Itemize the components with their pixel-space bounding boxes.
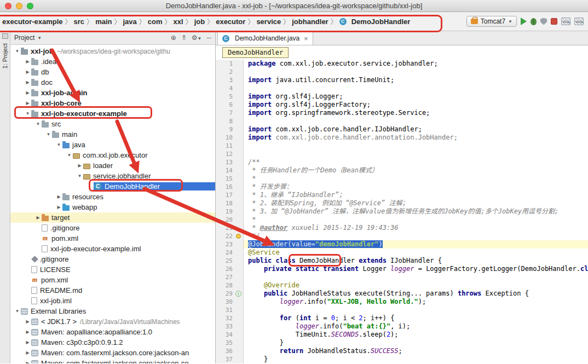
collapsed-arrow-icon[interactable]: ▶ xyxy=(24,59,31,64)
file-icon xyxy=(31,287,37,294)
expanded-arrow-icon[interactable]: ▼ xyxy=(24,111,31,116)
project-stripe-button[interactable]: 1: Project xyxy=(2,43,8,68)
expanded-arrow-icon[interactable]: ▼ xyxy=(55,142,62,147)
tree-item-xxl-job-executor-example.iml[interactable]: xxl-job-executor-example.iml xyxy=(10,244,215,254)
run-config-select[interactable]: Tomcat7 ▼ xyxy=(466,16,517,27)
tree-item-resources[interactable]: ▶resources xyxy=(10,192,215,202)
breadcrumb-item-executor-example[interactable]: executor-example xyxy=(1,17,64,26)
tree-item-pom.xml[interactable]: mpom.xml xyxy=(10,233,215,244)
code-area[interactable]: 1package com.xxl.job.executor.service.jo… xyxy=(216,60,588,363)
breadcrumb-item-executor[interactable]: executor xyxy=(215,17,246,26)
tree-item-xxl-job.iml[interactable]: xxl-job.iml xyxy=(10,296,215,306)
collapsed-arrow-icon[interactable]: ▶ xyxy=(34,215,42,220)
breadcrumb-item-com[interactable]: com xyxy=(147,17,164,26)
tree-item-label: src xyxy=(51,120,61,128)
breadcrumb-item-demojobhandler[interactable]: CDemoJobHandler xyxy=(338,17,412,26)
tree-item-maven-com.fasterxml.jackson.core-jackson-co[interactable]: ▶Maven: com.fasterxml.jackson.core:jacks… xyxy=(10,358,215,363)
run-button[interactable] xyxy=(521,18,527,25)
vcs-commit-button[interactable]: VCS↑ xyxy=(574,18,584,25)
line-number: 35 xyxy=(216,339,235,347)
stop-button[interactable] xyxy=(551,18,557,25)
collapsed-arrow-icon[interactable]: ▶ xyxy=(24,330,31,334)
close-tab-icon[interactable]: × xyxy=(304,35,308,42)
override-marker-icon[interactable]: ↑ xyxy=(235,291,241,297)
tree-item-label: resources xyxy=(72,193,103,201)
tree-item-db[interactable]: ▶db xyxy=(10,67,215,77)
locate-icon[interactable]: ⊕ xyxy=(171,34,176,42)
tree-item-maven-com.fasterxml.jackson.core-jackson-an[interactable]: ▶Maven: com.fasterxml.jackson.core:jacks… xyxy=(10,348,215,358)
tree-item-maven-c3p0-c3p0-0.9.1.2[interactable]: ▶Maven: c3p0:c3p0:0.9.1.2 xyxy=(10,337,215,348)
collapsed-arrow-icon[interactable]: ▶ xyxy=(24,90,31,95)
tree-item-external-libraries[interactable]: ▼External Libraries xyxy=(10,306,215,316)
tree-item-readme.md[interactable]: README.md xyxy=(10,285,215,296)
tree-item-.gitignore[interactable]: .gitignore xyxy=(10,254,215,264)
tool-window-icon[interactable] xyxy=(2,33,8,39)
breadcrumb-item-service[interactable]: service xyxy=(255,17,282,26)
tree-item-.idea[interactable]: ▶.idea xyxy=(10,56,215,67)
collapsed-arrow-icon[interactable]: ▶ xyxy=(24,80,31,85)
project-view-select[interactable]: Project ▼ xyxy=(14,34,42,42)
tree-item-xxl-job-core[interactable]: ▶xxl-job-core xyxy=(10,98,215,108)
collapsed-arrow-icon[interactable]: ▶ xyxy=(24,319,31,324)
tree-item-xxl-job-admin[interactable]: ▶xxl-job-admin xyxy=(10,88,215,98)
intention-bulb-icon[interactable] xyxy=(236,234,241,239)
collapsed-arrow-icon[interactable]: ▶ xyxy=(76,163,83,168)
line-number: 22 xyxy=(216,232,235,240)
breadcrumb-item-src[interactable]: src xyxy=(73,17,86,26)
collapsed-arrow-icon[interactable]: ▶ xyxy=(24,70,31,74)
editor-tab[interactable]: C DemoJobHandler.java × xyxy=(217,31,313,45)
line-number: 12 xyxy=(216,150,235,158)
collapse-all-icon[interactable]: ⇑ xyxy=(181,34,187,42)
tree-item-label: target xyxy=(51,213,70,222)
minimize-window-button[interactable] xyxy=(16,3,22,9)
tree-item-src[interactable]: ▼src xyxy=(10,119,215,129)
tree-item--jdk1.7-[interactable]: ▶< JDK1.7 >/Library/Java/JavaVirtualMach… xyxy=(10,316,215,327)
expanded-arrow-icon[interactable]: ▼ xyxy=(45,132,52,137)
tree-item-webapp[interactable]: ▶webapp xyxy=(10,202,215,212)
line-number: 20 xyxy=(216,216,235,224)
tree-item-.gitignore[interactable]: .gitignore xyxy=(10,223,215,233)
tree-item-loader[interactable]: ▶loader xyxy=(10,160,215,171)
tree-item-demojobhandler[interactable]: CDemoJobHandler xyxy=(10,181,215,192)
zoom-window-button[interactable] xyxy=(27,3,33,9)
collapsed-arrow-icon[interactable]: ▶ xyxy=(24,340,31,345)
close-window-button[interactable] xyxy=(5,3,11,9)
collapsed-arrow-icon[interactable]: ▶ xyxy=(55,205,62,210)
debug-button[interactable] xyxy=(531,18,537,25)
tree-item-license[interactable]: LICENSE xyxy=(10,264,215,275)
breadcrumb-separator-icon: 〉 xyxy=(87,17,93,26)
tree-item-com.xxl.job.executor[interactable]: ▼com.xxl.job.executor xyxy=(10,150,215,160)
expanded-arrow-icon[interactable]: ▼ xyxy=(66,153,73,158)
breadcrumb-item-jobhandler[interactable]: jobhandler xyxy=(291,17,329,26)
tree-item-doc[interactable]: ▶doc xyxy=(10,77,215,88)
tree-item-java[interactable]: ▼java xyxy=(10,140,215,150)
line-number: 23 xyxy=(216,240,235,249)
tree-item-maven-aopalliance-aopalliance-1.0[interactable]: ▶Maven: aopalliance:aopalliance:1.0 xyxy=(10,327,215,337)
tree-item-main[interactable]: ▼main xyxy=(10,129,215,140)
breadcrumb-item-job[interactable]: job xyxy=(193,17,206,26)
tree-item-service.jobhandler[interactable]: ▼service.jobhandler xyxy=(10,171,215,181)
collapsed-arrow-icon[interactable]: ▶ xyxy=(24,101,31,106)
gear-icon[interactable]: ⚙▼ xyxy=(192,34,202,42)
tree-item-pom.xml[interactable]: mpom.xml xyxy=(10,275,215,285)
hide-panel-icon[interactable]: ─ xyxy=(206,34,211,42)
tree-item-xxl-job[interactable]: ▼xxl-job~/workspaces/idea-git-workspace/… xyxy=(10,46,215,56)
expanded-arrow-icon[interactable]: ▼ xyxy=(34,122,42,126)
expanded-arrow-icon[interactable]: ▼ xyxy=(14,49,21,54)
tree-item-label: < JDK1.7 > xyxy=(41,317,77,326)
coverage-button[interactable] xyxy=(540,18,547,25)
tree-item-xxl-job-executor-example[interactable]: ▼xxl-job-executor-example xyxy=(10,108,215,119)
expanded-arrow-icon[interactable]: ▼ xyxy=(76,174,83,178)
collapsed-arrow-icon[interactable]: ▶ xyxy=(24,361,31,363)
run-controls: Tomcat7 ▼ VCS↓ VCS↑ xyxy=(466,16,584,27)
breadcrumb-chip[interactable]: DemoJobHandler xyxy=(222,47,289,58)
vcs-update-button[interactable]: VCS↓ xyxy=(561,18,570,25)
breadcrumb-item-main[interactable]: main xyxy=(94,17,113,26)
tree-item-target[interactable]: ▶target xyxy=(10,212,215,223)
expanded-arrow-icon[interactable]: ▼ xyxy=(14,309,21,314)
collapsed-arrow-icon[interactable]: ▶ xyxy=(55,194,62,199)
breadcrumb-item-java[interactable]: java xyxy=(122,17,137,26)
code-line-17: 17 * 1、继承 “IJobHandler”； xyxy=(216,191,588,199)
collapsed-arrow-icon[interactable]: ▶ xyxy=(24,350,31,355)
breadcrumb-item-xxl[interactable]: xxl xyxy=(172,17,185,26)
